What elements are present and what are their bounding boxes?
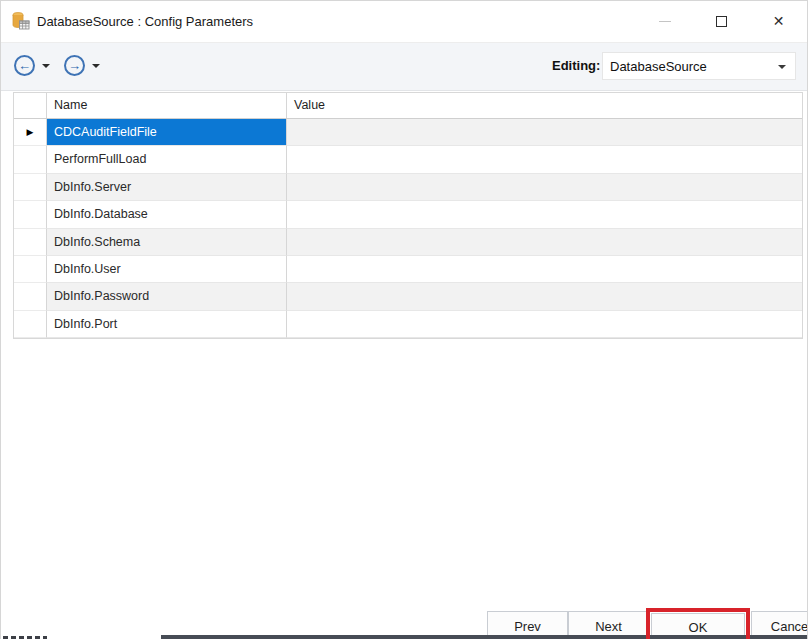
table-row[interactable]: DbInfo.Password <box>14 283 802 310</box>
param-name-cell[interactable]: PerformFullLoad <box>47 146 287 173</box>
table-row[interactable]: PerformFullLoad <box>14 146 802 173</box>
toolbar: ← → Editing: DatabaseSource <box>1 42 807 91</box>
window-title: DatabaseSource : Config Parameters <box>37 14 253 29</box>
param-value-cell[interactable] <box>287 174 802 201</box>
grid-corner-header <box>14 93 47 118</box>
table-row[interactable]: DbInfo.Schema <box>14 229 802 256</box>
editing-combobox-value: DatabaseSource <box>610 59 707 74</box>
forward-dropdown-caret-icon[interactable] <box>92 64 100 68</box>
row-header-cell[interactable] <box>14 311 47 338</box>
grid-header-row: Name Value <box>14 93 802 119</box>
window-controls: ✕ <box>636 1 807 41</box>
row-header-cell[interactable] <box>14 283 47 310</box>
close-button[interactable]: ✕ <box>750 1 807 41</box>
back-arrow-icon: ← <box>18 58 31 73</box>
close-icon: ✕ <box>773 14 785 28</box>
combobox-caret-icon <box>778 65 786 69</box>
back-button[interactable]: ← <box>14 55 35 76</box>
table-row[interactable]: ▶ CDCAuditFieldFile <box>14 119 802 146</box>
database-table-icon <box>12 12 30 30</box>
row-header-cell[interactable] <box>14 174 47 201</box>
table-row[interactable]: DbInfo.User <box>14 256 802 283</box>
row-header-cell[interactable] <box>14 201 47 228</box>
row-header-cell[interactable] <box>14 256 47 283</box>
row-header-cell[interactable] <box>14 146 47 173</box>
param-name-cell[interactable]: DbInfo.User <box>47 256 287 283</box>
param-name-cell[interactable]: DbInfo.Port <box>47 311 287 338</box>
param-value-cell[interactable] <box>287 283 802 310</box>
table-row[interactable]: DbInfo.Port <box>14 311 802 338</box>
table-row[interactable]: DbInfo.Database <box>14 201 802 228</box>
row-header-cell[interactable]: ▶ <box>14 119 47 146</box>
param-value-cell[interactable] <box>287 146 802 173</box>
param-value-cell[interactable] <box>287 256 802 283</box>
screen-artifact-strip <box>161 635 808 639</box>
minimize-icon <box>659 21 671 22</box>
editing-label: Editing: <box>552 58 600 73</box>
maximize-button[interactable] <box>693 1 750 41</box>
column-header-value[interactable]: Value <box>287 93 802 118</box>
maximize-icon <box>716 16 727 27</box>
param-name-cell[interactable]: DbInfo.Password <box>47 283 287 310</box>
param-name-cell[interactable]: DbInfo.Server <box>47 174 287 201</box>
param-value-cell[interactable] <box>287 119 802 146</box>
param-value-cell[interactable] <box>287 229 802 256</box>
current-row-indicator-icon: ▶ <box>27 127 34 137</box>
param-name-cell[interactable]: DbInfo.Schema <box>47 229 287 256</box>
forward-button[interactable]: → <box>64 55 85 76</box>
row-header-cell[interactable] <box>14 229 47 256</box>
editing-combobox[interactable]: DatabaseSource <box>602 52 796 80</box>
title-bar: DatabaseSource : Config Parameters ✕ <box>1 1 807 41</box>
param-value-cell[interactable] <box>287 311 802 338</box>
forward-arrow-icon: → <box>68 58 81 73</box>
param-name-cell[interactable]: CDCAuditFieldFile <box>47 119 287 146</box>
config-parameters-dialog: DatabaseSource : Config Parameters ✕ ← →… <box>0 0 808 639</box>
param-name-cell[interactable]: DbInfo.Database <box>47 201 287 228</box>
column-header-name[interactable]: Name <box>47 93 287 118</box>
back-dropdown-caret-icon[interactable] <box>42 64 50 68</box>
param-value-cell[interactable] <box>287 201 802 228</box>
minimize-button <box>636 1 693 41</box>
table-row[interactable]: DbInfo.Server <box>14 174 802 201</box>
config-parameters-grid: Name Value ▶ CDCAuditFieldFile PerformFu… <box>13 92 803 339</box>
